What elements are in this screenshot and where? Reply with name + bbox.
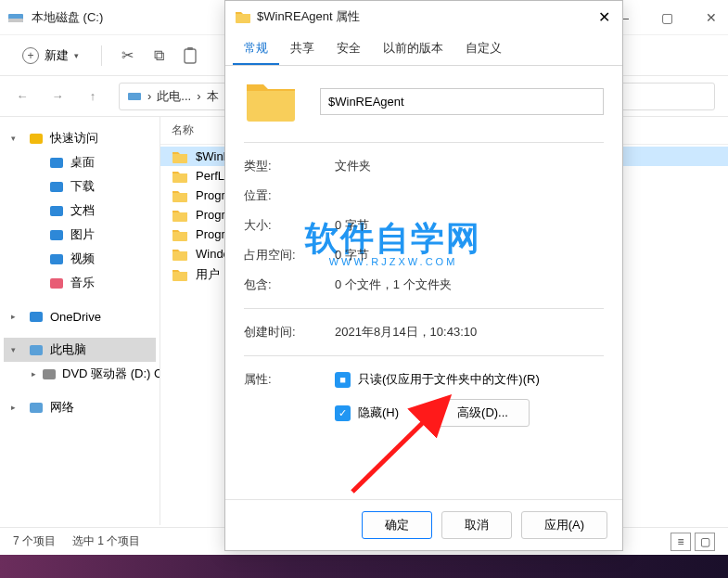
tab-安全[interactable]: 安全 xyxy=(326,32,372,65)
usage-value: 0 字节 xyxy=(335,247,604,263)
tab-常规[interactable]: 常规 xyxy=(233,32,279,65)
dialog-close-button[interactable]: ✕ xyxy=(594,7,613,26)
sidebar-item-label: 此电脑 xyxy=(50,341,86,358)
sidebar-item-6[interactable]: 音乐 xyxy=(4,271,156,295)
sidebar-item-5[interactable]: 视频 xyxy=(4,247,156,271)
bc-pc: 此电... xyxy=(157,88,191,105)
sidebar-item-label: 桌面 xyxy=(70,154,95,171)
maximize-button[interactable]: ▢ xyxy=(658,8,676,27)
new-label: 新建 xyxy=(45,47,69,64)
svg-rect-6 xyxy=(50,158,63,168)
svg-rect-5 xyxy=(30,134,43,144)
up-arrow-icon[interactable]: ↑ xyxy=(83,87,102,106)
svg-rect-3 xyxy=(187,47,193,50)
view-grid-button[interactable]: ▢ xyxy=(695,533,715,551)
view-details-button[interactable]: ≡ xyxy=(671,533,691,551)
checkbox-checked-icon: ✓ xyxy=(335,405,351,421)
star-icon xyxy=(28,130,45,147)
bc-sep: › xyxy=(147,89,151,103)
tab-以前的版本[interactable]: 以前的版本 xyxy=(372,32,454,65)
cut-icon[interactable]: ✂ xyxy=(115,44,139,68)
readonly-checkbox[interactable]: ■ 只读(仅应用于文件夹中的文件)(R) xyxy=(335,371,604,388)
tab-自定义[interactable]: 自定义 xyxy=(454,32,513,65)
size-value: 0 字节 xyxy=(335,217,604,234)
svg-rect-2 xyxy=(185,49,196,63)
download-icon xyxy=(48,178,65,195)
svg-rect-8 xyxy=(50,206,63,216)
dialog-tabs: 常规共享安全以前的版本自定义 xyxy=(225,32,622,66)
folder-icon xyxy=(172,228,188,241)
hidden-checkbox[interactable]: ✓ 隐藏(H) xyxy=(335,405,399,421)
type-value: 文件夹 xyxy=(335,158,604,174)
big-folder-icon xyxy=(244,79,298,123)
chevron-down-icon: ▾ xyxy=(74,51,79,60)
created-label: 创建时间: xyxy=(244,324,326,340)
ok-button[interactable]: 确定 xyxy=(362,511,432,539)
folder-icon xyxy=(172,189,188,202)
sidebar-item-label: 视频 xyxy=(70,250,95,267)
taskbar xyxy=(0,555,728,578)
bc-drive: 本 xyxy=(207,88,219,105)
close-button-explorer[interactable]: ✕ xyxy=(702,8,721,27)
svg-rect-9 xyxy=(50,230,63,240)
dialog-title: $WinREAgent 属性 xyxy=(257,8,594,25)
file-name: 用户 xyxy=(196,266,220,283)
copy-icon[interactable]: ⧉ xyxy=(147,44,171,68)
paste-icon[interactable] xyxy=(178,44,202,68)
sidebar-item-8[interactable]: ▸OneDrive xyxy=(4,304,156,328)
svg-rect-1 xyxy=(8,19,23,22)
back-arrow-icon[interactable]: ← xyxy=(13,87,32,106)
sidebar-item-label: 下载 xyxy=(70,178,95,195)
sidebar-item-label: 图片 xyxy=(70,226,95,243)
cancel-button[interactable]: 取消 xyxy=(441,511,512,539)
sidebar-item-label: DVD 驱动器 (D:) CP xyxy=(62,366,160,382)
location-label: 位置: xyxy=(244,187,326,204)
svg-rect-14 xyxy=(43,369,56,379)
folder-icon xyxy=(172,248,188,261)
contains-label: 包含: xyxy=(244,276,326,293)
sidebar-item-label: 网络 xyxy=(50,399,74,416)
video-icon xyxy=(48,250,65,267)
sidebar-item-10[interactable]: ▾此电脑 xyxy=(4,338,156,362)
sidebar-item-13[interactable]: ▸网络 xyxy=(4,395,156,419)
sidebar-item-label: 音乐 xyxy=(70,275,95,291)
checkbox-mixed-icon: ■ xyxy=(335,372,351,388)
pc-icon xyxy=(28,341,45,358)
sidebar-item-label: OneDrive xyxy=(50,310,101,324)
sidebar-item-1[interactable]: 桌面 xyxy=(4,150,156,174)
sidebar-item-2[interactable]: 下载 xyxy=(4,174,156,199)
svg-rect-13 xyxy=(30,345,43,355)
hidden-label: 隐藏(H) xyxy=(358,405,399,421)
forward-arrow-icon[interactable]: → xyxy=(48,87,67,106)
tab-共享[interactable]: 共享 xyxy=(279,32,326,65)
readonly-label: 只读(仅应用于文件夹中的文件)(R) xyxy=(358,371,540,388)
sidebar-item-11[interactable]: ▸DVD 驱动器 (D:) CP xyxy=(4,362,156,386)
folder-name-input[interactable] xyxy=(320,88,604,115)
desktop-icon xyxy=(48,154,65,171)
new-button[interactable]: + 新建 ▾ xyxy=(13,44,88,68)
picture-icon xyxy=(48,226,65,243)
sidebar-item-3[interactable]: 文档 xyxy=(4,199,156,223)
sidebar-item-0[interactable]: ▾快速访问 xyxy=(4,126,156,150)
sidebar-item-4[interactable]: 图片 xyxy=(4,223,156,247)
network-icon xyxy=(28,399,45,416)
separator xyxy=(101,45,102,66)
apply-button[interactable]: 应用(A) xyxy=(521,511,607,539)
svg-rect-7 xyxy=(50,182,63,192)
advanced-button[interactable]: 高级(D)... xyxy=(436,399,530,427)
drive-small-icon xyxy=(127,89,142,104)
type-label: 类型: xyxy=(244,158,326,174)
folder-icon xyxy=(172,150,188,163)
chevron-icon: ▸ xyxy=(11,312,22,321)
selected-count: 选中 1 个项目 xyxy=(72,533,140,549)
svg-rect-10 xyxy=(50,254,63,264)
folder-icon xyxy=(172,209,188,222)
dialog-titlebar: $WinREAgent 属性 ✕ xyxy=(225,1,622,32)
sidebar-item-label: 文档 xyxy=(70,202,95,219)
attributes-label: 属性: xyxy=(244,371,326,388)
chevron-icon: ▸ xyxy=(11,403,22,412)
chevron-icon: ▾ xyxy=(11,134,22,143)
folder-icon xyxy=(172,268,188,281)
dialog-buttons: 确定 取消 应用(A) xyxy=(225,499,622,550)
sidebar-item-label: 快速访问 xyxy=(50,130,98,147)
